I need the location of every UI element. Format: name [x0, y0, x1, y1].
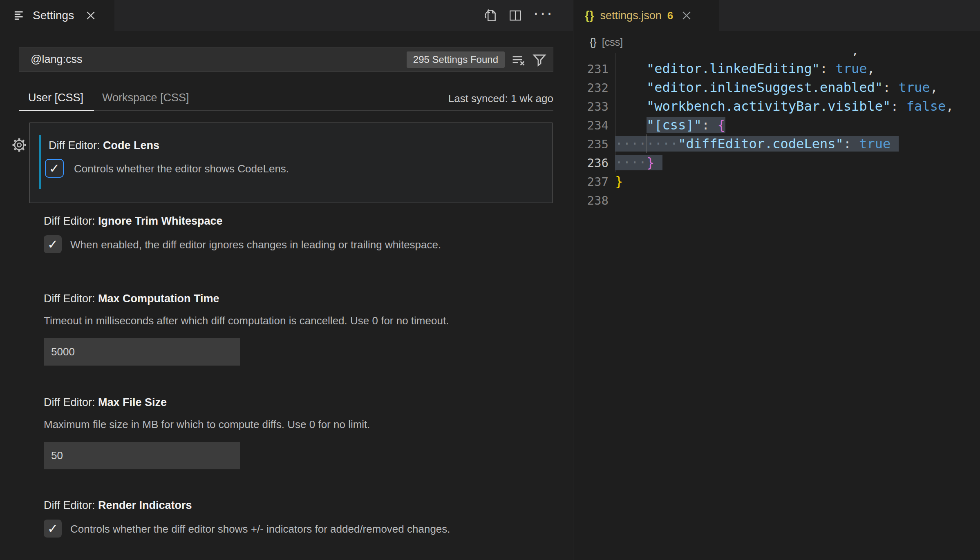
editor-tab-bar: Settings · — [0, 0, 573, 31]
setting-description: Controls whether the diff editor shows +… — [70, 523, 450, 535]
json-editor-pane: {} settings.json 6 {} [css] ,231 "editor… — [573, 0, 980, 560]
settings-scope-tabs: User [CSS] Workspace [CSS] Last synced: … — [19, 87, 553, 111]
setting-title: Diff Editor: Ignore Trim Whitespace — [44, 215, 223, 228]
close-icon[interactable] — [86, 11, 95, 20]
tab-user-css[interactable]: User [CSS] — [28, 91, 83, 104]
checkbox-ignore-trim-whitespace[interactable]: ✓ — [44, 235, 62, 253]
json-file-icon: {} — [585, 9, 594, 22]
max-file-size-input[interactable] — [44, 442, 240, 469]
setting-title: Diff Editor: Render Indicators — [44, 499, 192, 512]
setting-title: Diff Editor: Code Lens — [49, 139, 159, 152]
indent-guide — [647, 134, 647, 153]
setting-title: Diff Editor: Max File Size — [44, 396, 167, 409]
code-line: 231 "editor.linkedEditing": true, — [573, 59, 980, 78]
clear-filters-icon[interactable] — [511, 52, 526, 67]
settings-search-input[interactable]: @lang:css 295 Settings Found — [19, 47, 553, 72]
settings-editor-pane: Settings · — [0, 0, 573, 560]
split-editor-icon[interactable] — [508, 9, 522, 22]
more-actions-icon[interactable]: ··· — [533, 4, 553, 21]
scope-tabs-divider — [19, 110, 553, 111]
filter-funnel-icon[interactable] — [533, 53, 546, 67]
setting-gear-icon[interactable] — [11, 137, 27, 153]
tab-title: Settings — [33, 9, 74, 22]
tab-workspace-css[interactable]: Workspace [CSS] — [102, 91, 189, 104]
active-tab-underline — [19, 110, 94, 111]
checkbox-render-indicators[interactable]: ✓ — [44, 520, 62, 538]
code-line: , — [573, 53, 980, 59]
check-icon: ✓ — [49, 162, 60, 175]
code-line: 237} — [573, 172, 980, 191]
editor-tab-bar: {} settings.json 6 — [573, 0, 980, 31]
code-line: 236····} — [573, 153, 980, 172]
code-line: 234 "[css]": { — [573, 116, 980, 134]
check-icon: ✓ — [47, 238, 58, 251]
problems-badge: 6 — [667, 9, 673, 22]
setting-title: Diff Editor: Max Computation Time — [44, 292, 219, 305]
last-synced-label: Last synced: 1 wk ago — [448, 92, 553, 105]
close-icon[interactable] — [682, 11, 691, 20]
results-count-badge: 295 Settings Found — [407, 51, 505, 68]
setting-description: When enabled, the diff editor ignores ch… — [70, 239, 441, 251]
code-editor[interactable]: ,231 "editor.linkedEditing": true,232 "e… — [573, 53, 980, 560]
open-settings-json-icon[interactable] — [482, 8, 498, 23]
modified-indicator-bar — [39, 135, 41, 189]
breadcrumb-segment[interactable]: [css] — [602, 36, 623, 48]
json-symbol-icon: {} — [590, 36, 597, 48]
settings-list-icon — [14, 9, 26, 22]
search-query-text: @lang:css — [19, 53, 407, 66]
setting-row-diff-editor-code-lens[interactable]: Diff Editor: Code Lens ✓ Controls whethe… — [29, 123, 553, 203]
editor-actions: ··· — [482, 0, 553, 31]
code-line: 238 — [573, 191, 980, 210]
setting-description: Controls whether the editor shows CodeLe… — [74, 162, 289, 175]
code-line: 232 "editor.inlineSuggest.enabled": true… — [573, 78, 980, 97]
check-icon: ✓ — [47, 522, 58, 535]
code-lines: ,231 "editor.linkedEditing": true,232 "e… — [573, 53, 980, 210]
breadcrumb[interactable]: {} [css] — [573, 31, 980, 53]
code-line: 233 "workbench.activityBar.visible": fal… — [573, 97, 980, 116]
code-line: 235········"diffEditor.codeLens": true — [573, 134, 980, 153]
tab-settings-json[interactable]: {} settings.json 6 — [573, 0, 719, 31]
tab-settings[interactable]: Settings — [0, 0, 114, 31]
tab-title: settings.json — [600, 9, 662, 22]
setting-description: Maximum file size in MB for which to com… — [44, 418, 370, 431]
max-computation-time-input[interactable] — [44, 338, 240, 366]
setting-description: Timeout in milliseconds after which diff… — [44, 315, 449, 327]
checkbox-code-lens[interactable]: ✓ — [45, 159, 64, 178]
